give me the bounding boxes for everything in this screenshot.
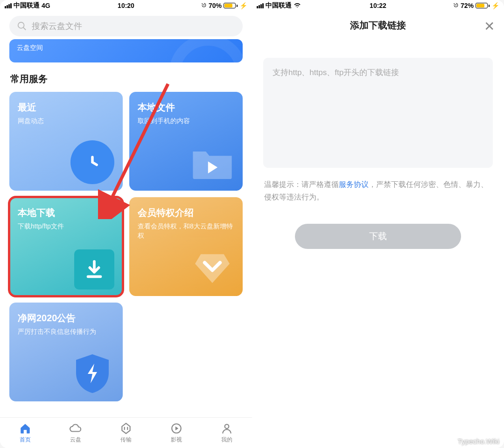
battery-icon [476,3,490,8]
phone-left-screen: 中国联通 4G 10:20 70% ⚡ 搜索云盘文件 云盘空间 常用服务 最近 … [0,0,252,448]
card-sub: 查看会员特权，和8大云盘新增特权 [138,222,234,240]
rotation-lock-icon [201,2,207,9]
svg-point-5 [225,424,229,428]
nav-media[interactable]: 影视 [170,422,182,444]
battery-icon [224,3,238,8]
signal-icon [257,3,264,8]
phone-right-screen: 中国联通 10:22 72% ⚡ 添加下载链接 ✕ 支持http、https、f… [252,0,504,448]
clock-icon [70,140,114,184]
card-title: 本地文件 [138,101,234,114]
nav-label: 传输 [120,436,132,444]
carrier-label: 中国联通 [266,1,292,10]
modal-header: 添加下载链接 ✕ [252,11,504,39]
card-title: 净网2020公告 [18,312,114,324]
status-bar: 中国联通 10:22 72% ⚡ [252,0,504,11]
card-title: 最近 [18,101,114,114]
nav-label: 首页 [20,436,31,444]
download-button[interactable]: 下载 [295,224,461,249]
search-icon [17,21,27,31]
rotation-lock-icon [453,2,459,9]
play-circle-icon [170,422,182,434]
card-net-notice[interactable]: 净网2020公告 严厉打击不良信息传播行为 [9,303,123,401]
network-label: 4G [42,2,50,9]
battery-percent: 72% [461,2,474,9]
url-textarea[interactable]: 支持http、https、ftp开头的下载链接 [263,58,493,168]
textarea-placeholder: 支持http、https、ftp开头的下载链接 [273,68,399,77]
card-sub: 网盘动态 [18,117,114,126]
card-local-download[interactable]: 本地下载 下载http/ftp文件 [9,197,123,296]
diamond-chevron-icon [190,246,234,289]
person-icon [221,422,233,434]
transfer-icon [120,422,132,434]
svg-line-2 [23,28,26,30]
service-agreement-link[interactable]: 服务协议 [339,180,369,188]
home-icon [19,422,31,434]
watermark: Typecho.Wiki [458,437,499,445]
close-icon[interactable]: ✕ [484,19,495,34]
card-title: 会员特权介绍 [138,207,234,219]
charging-icon: ⚡ [491,2,499,9]
download-button-label: 下载 [369,230,387,242]
carrier-label: 中国联通 [14,1,40,10]
svg-rect-6 [455,5,456,6]
nav-home[interactable]: 首页 [19,422,31,444]
modal-title: 添加下载链接 [350,19,406,32]
card-recent[interactable]: 最近 网盘动态 [9,92,123,191]
tip-text: 温馨提示：请严格遵循服务协议，严禁下载任何涉密、色情、暴力、侵权等违法行为。 [264,178,492,203]
banner-text: 云盘空间 [17,44,43,51]
card-vip-intro[interactable]: 会员特权介绍 查看会员特权，和8大云盘新增特权 [129,197,243,296]
tip-prefix: 温馨提示：请严格遵循 [264,180,339,188]
battery-percent: 70% [209,2,222,9]
card-local-files[interactable]: 本地文件 取回到手机的内容 [129,92,243,191]
card-sub: 下载http/ftp文件 [18,222,114,231]
service-grid: 最近 网盘动态 本地文件 取回到手机的内容 本地下载 下载http/ftp文件 … [0,92,252,401]
nav-label: 影视 [171,436,182,444]
card-sub: 取回到手机的内容 [138,117,234,126]
folder-play-icon [190,140,234,184]
wifi-icon [294,2,301,9]
card-title: 本地下载 [18,207,114,219]
status-bar: 中国联通 4G 10:20 70% ⚡ [0,0,252,11]
nav-label: 我的 [221,436,232,444]
nav-transfer[interactable]: 传输 [120,422,132,444]
search-input[interactable]: 搜索云盘文件 [9,16,243,36]
svg-point-1 [18,22,24,28]
cloud-icon [70,422,82,434]
charging-icon: ⚡ [239,2,247,9]
status-time: 10:20 [118,2,134,9]
status-time: 10:22 [370,2,386,9]
shield-bolt-icon [70,351,114,395]
cloud-space-banner[interactable]: 云盘空间 [9,39,243,62]
bottom-nav: 首页 云盘 传输 影视 我的 [0,417,252,448]
search-placeholder: 搜索云盘文件 [32,21,82,32]
nav-me[interactable]: 我的 [221,422,233,444]
card-sub: 严厉打击不良信息传播行为 [18,327,114,337]
nav-label: 云盘 [70,436,81,444]
section-title: 常用服务 [10,73,242,85]
nav-cloud[interactable]: 云盘 [70,422,82,444]
signal-icon [5,3,12,8]
svg-rect-0 [203,5,204,6]
download-icon [74,249,114,289]
